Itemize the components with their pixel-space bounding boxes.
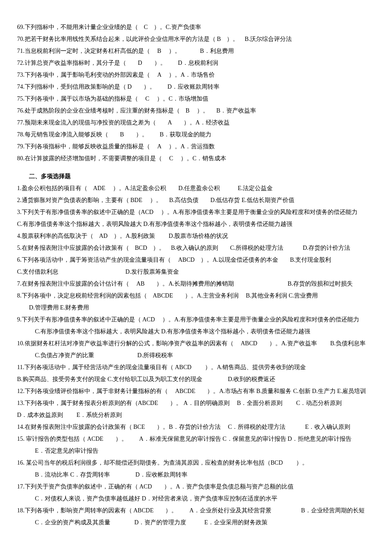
multi-question-16-cont: B．流动比率 C．存货周转率 D．应收帐款周转率 bbox=[17, 469, 375, 481]
question-73: 73.下列各项中，属于影响毛利变动的外部因素是（ A ）。A．市场售价 bbox=[17, 69, 375, 81]
multi-question-4: 4.股票获利率的高低取决于（ AD ）。A.股利政策 D.股票市场价格的状况 bbox=[17, 230, 375, 242]
multi-question-5: 5.在财务报表附注中应披露的会计政策有（ BCD ）。 B.收入确认的原则 C.… bbox=[17, 242, 375, 254]
multi-question-7: 7.在财务报表附注中应披露的会计估计有（ AB ）。A.长期待摊费用的摊销期 B… bbox=[17, 278, 375, 290]
multi-question-13: 13.下列各项中，属于财务报表分析原则的有（ABCDE ）。 A．目的明确原则 … bbox=[17, 397, 375, 409]
question-80: 80.在计算披露的经济增加值时，不需要调整的项目是（ C ）。C．销售成本 bbox=[17, 153, 375, 165]
question-74: 74.下列指标中，受到信用政策影响的是（ D ）。 D．应收账款周转率 bbox=[17, 81, 375, 93]
question-69: 69.下列指标中，不能用来计量企业业绩的是（ C ）。C.资产负债率 bbox=[17, 21, 375, 33]
question-75: 75.下列各项中，属于以市场为基础的指标是（ C ）。C．市场增加值 bbox=[17, 93, 375, 105]
multi-question-9-cont: C.有形净值债务率这个指标越大，表明风险越大 D.有形净值债务率这个指标越小，表… bbox=[17, 326, 375, 338]
multi-question-2: 2.通货膨胀对资产负债表的影响，主要有（ BDE ）。 B.高估负债 D.低估存… bbox=[17, 194, 375, 206]
question-72: 72.计算总资产收益率指标时，其分子是（ D ）。 D．息税前利润 bbox=[17, 57, 375, 69]
multi-question-14: 14.在财务报表附注中应披露的会计政策有（ BCE ）。B．存货的计价方法 C．… bbox=[17, 421, 375, 433]
multi-question-10-cont: C.负债占净资产的比重 D.所得税税率 bbox=[17, 350, 375, 361]
question-70: 70.把若干财务比率用线性关系结合起来，以此评价企业信用水平的方法是（ B ）。… bbox=[17, 33, 375, 45]
multi-question-3: 3.下列关于有形净值债务率的叙述中正确的是（ACD ）。A.有形净值债务率主要是… bbox=[17, 206, 375, 218]
multi-question-10: 10.依据财务杠杆法对净资产收益率进行分解的公式，影响净资产收益率的因素有（ A… bbox=[17, 338, 375, 350]
multi-question-13-cont: D．成本效益原则 E．系统分析原则 bbox=[17, 409, 375, 421]
question-78: 78.每元销售现金净流入能够反映（ B ）。 B．获取现金的能力 bbox=[17, 129, 375, 141]
multi-question-16: 16. 某公司当年的税后利润很多，却不能偿还到期债务。为查清其原因，应检查的财务… bbox=[17, 457, 375, 469]
multi-question-18: 18.下列各项中，影响资产周转率的因素有（ ABCDE ）。 A．企业所处行业及… bbox=[17, 505, 375, 517]
multi-question-8: 8.下列各项中，决定息税前经营利润的因素包括（ ABCDE ）。A.主营业务利润… bbox=[17, 290, 375, 302]
multi-question-6-cont: C.支付借款利息 D.发行股票筹集资金 bbox=[17, 266, 375, 278]
multi-question-11: 11.下列各项活动中，属于经营活动产生的现金流量项目有（ ABCD ）。A.销售… bbox=[17, 361, 375, 373]
multi-question-12: 12.下列各项业绩评价指标中，属于非财务计量指标的有（ ABCDE ）。A.市场… bbox=[17, 385, 375, 397]
multi-question-6: 6.下列各项活动中，属于筹资活动产生的现金流量项目有（ ABCD ）。A.以现金… bbox=[17, 254, 375, 266]
multi-question-1: 1.盈余公积包括的项目有（ ADE ）。A.法定盈余公积 D.任意盈余公积 E.… bbox=[17, 182, 375, 194]
multi-question-17: 17.下列关于资产负债率的叙述中，正确的有（ ACD ）。A．资产负债率是负债总… bbox=[17, 481, 375, 493]
question-76: 76.处于成熟阶段的企业在业绩考核时，应注重的财务指标是（ B ）。 B．资产收… bbox=[17, 105, 375, 117]
section-title-multi: 二、多项选择题 bbox=[17, 171, 375, 182]
multi-question-9: 9.下列关于有形净值债务率的叙述中正确的是（ ACD ）。A.有形净值债务率主要… bbox=[17, 314, 375, 326]
multi-question-18-cont: C．企业的资产构成及其质量 D．资产的管理力度 E．企业采用的财务政策 bbox=[17, 517, 375, 529]
question-79: 79.下列各项指标中，能够反映收益质量的指标是（ A ）。A．营运指数 bbox=[17, 141, 375, 153]
multi-question-11-cont: B.购买商品、接受劳务支付的现金 C.支付给职工以及为职工支付的现金 D.收到的… bbox=[17, 373, 375, 385]
multi-question-15: 15. 审计报告的类型包括（ ACDE ）。 A．标准无保留意见的审计报告 C．… bbox=[17, 433, 375, 445]
multi-question-8-cont: D.管理费用 E.财务费用 bbox=[17, 302, 375, 314]
multi-question-15-cont: E．否定意见的审计报告 bbox=[17, 445, 375, 457]
multi-question-3-cont: C.有形净值债务率这个指标越大，表明风险越大 D.有形净值债务率这个指标越小，表… bbox=[17, 218, 375, 230]
question-77: 77.预期未来现金流入的现值与净投资的现值之差为（ A ）。A．经济收益 bbox=[17, 117, 375, 129]
question-71: 71.当息税前利润一定时，决定财务杠杆高低的是（ B ）。 B．利息费用 bbox=[17, 45, 375, 57]
multi-question-17-cont: C．对债权人来说，资产负债率越低越好 D．对经营者来说，资产负债率应控制在适度的… bbox=[17, 493, 375, 505]
